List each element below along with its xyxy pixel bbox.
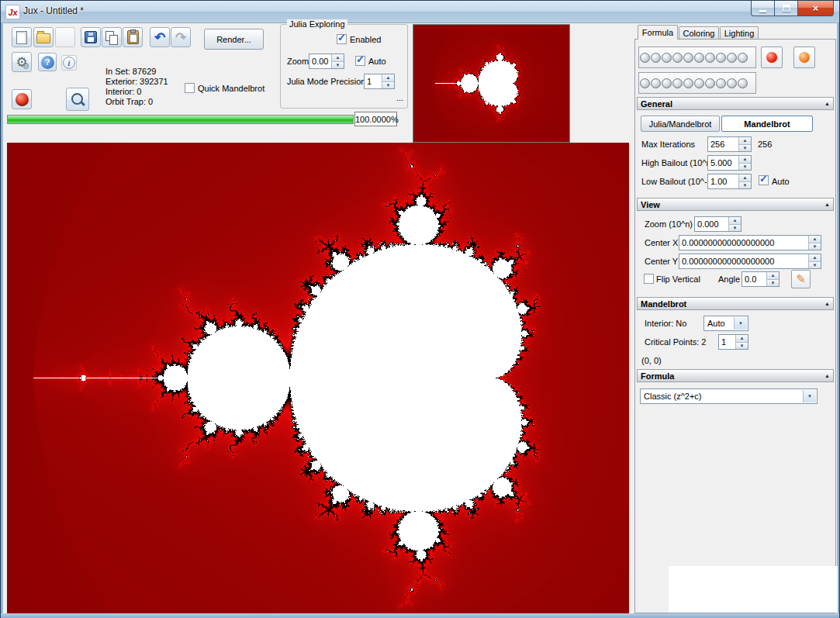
info-button[interactable]: i [61,55,77,71]
section-header-mandelbrot[interactable]: Mandelbrot ▲ [637,297,834,310]
spin-down-icon[interactable]: ▼ [729,225,741,232]
spin-up-icon[interactable]: ▲ [739,156,751,164]
dropdown-arrow-icon[interactable]: ▼ [734,317,747,330]
palette-slot-button[interactable] [705,53,715,63]
julia-zoom-spinner[interactable]: 0.00 ▲▼ [309,54,344,69]
palette-slot-button[interactable] [662,53,672,63]
formula-dropdown-value[interactable]: Classic (z^2+c) [641,389,817,401]
angle-value[interactable]: 0.0 [742,272,766,286]
center-x-value[interactable]: 0.000000000000000000 [679,236,808,250]
palette-slot-button[interactable] [738,53,748,63]
more-options-label[interactable]: ... [396,93,403,102]
interior-dropdown[interactable]: Auto ▼ [703,316,748,331]
paste-button[interactable] [123,27,143,47]
spin-up-icon[interactable]: ▲ [382,74,394,82]
julia-mandelbrot-button[interactable]: Julia/Mandelbrot [641,116,720,132]
mandelbrot-mode-button[interactable]: Mandelbrot [721,116,813,132]
palette-slot-button[interactable] [683,53,693,63]
collapse-arrow-icon[interactable]: ▲ [824,301,833,306]
max-iterations-value[interactable]: 256 [708,137,738,151]
preview-fractal-canvas[interactable] [413,25,569,142]
palette-slot-button[interactable] [727,53,737,63]
collapse-arrow-icon[interactable]: ▲ [824,202,833,207]
tab-lighting[interactable]: Lighting [720,26,759,40]
titlebar[interactable]: Jx Jux - Untitled * × [1,1,839,23]
tab-coloring[interactable]: Coloring [679,26,719,40]
spin-down-icon[interactable]: ▼ [809,262,821,269]
julia-zoom-auto-checkbox[interactable]: ✓ [355,56,365,66]
spin-up-icon[interactable]: ▲ [332,54,344,62]
spin-up-icon[interactable]: ▲ [736,335,748,343]
palette-slot-button[interactable] [672,53,683,63]
spin-down-icon[interactable]: ▼ [332,62,344,69]
palette-slot-button[interactable] [727,78,737,88]
zoom-tool-button[interactable] [66,88,89,111]
collapse-arrow-icon[interactable]: ▲ [824,101,833,106]
high-bailout-value[interactable]: 5.000 [708,156,738,170]
palette-slot-button[interactable] [738,78,748,88]
julia-precision-spinner[interactable]: 1 ▲▼ [364,74,395,89]
flip-vertical-checkbox[interactable]: ✓ [644,274,654,284]
section-header-general[interactable]: General ▲ [637,97,834,110]
low-bailout-value[interactable]: 1.00 [708,174,738,188]
palette-action-button-2[interactable] [793,47,815,68]
view-zoom-spinner[interactable]: 0.000 ▲▼ [694,216,741,232]
spin-up-icon[interactable]: ▲ [767,272,779,280]
spin-up-icon[interactable]: ▲ [729,217,741,225]
palette-slot-button[interactable] [662,78,672,88]
redo-button[interactable]: ↷ [171,27,191,47]
spin-up-icon[interactable]: ▲ [809,236,821,243]
julia-enabled-checkbox[interactable]: ✓ [337,34,347,44]
center-y-value[interactable]: 0.000000000000000000 [679,254,808,268]
spin-up-icon[interactable]: ▲ [739,137,751,145]
main-fractal-canvas[interactable] [7,143,629,613]
palette-slot-button[interactable] [683,78,693,88]
palette-slot-button[interactable] [705,78,715,88]
spin-up-icon[interactable]: ▲ [809,254,821,262]
tab-formula[interactable]: Formula [638,25,678,40]
view-reset-button[interactable]: ✎ [791,270,811,288]
render-button[interactable]: Render... [204,29,264,50]
palette-slot-button[interactable] [651,78,661,88]
spin-down-icon[interactable]: ▼ [739,145,751,152]
critical-points-value[interactable]: 1 [719,335,735,349]
julia-precision-value[interactable]: 1 [365,74,382,88]
palette-slot-button[interactable] [694,78,704,88]
undo-button[interactable]: ↶ [150,27,170,47]
copy-button[interactable] [102,27,122,47]
palette-slot-button[interactable] [672,78,683,88]
abort-button[interactable] [12,89,32,109]
spin-down-icon[interactable]: ▼ [809,243,821,250]
collapse-arrow-icon[interactable]: ▲ [824,373,833,378]
spin-up-icon[interactable]: ▲ [739,174,751,182]
angle-spinner[interactable]: 0.0 ▲▼ [741,271,780,287]
spin-down-icon[interactable]: ▼ [736,343,748,350]
palette-slot-button[interactable] [640,53,650,63]
palette-action-button-1[interactable] [761,47,783,68]
high-bailout-spinner[interactable]: 5.000 ▲▼ [707,155,752,171]
palette-slot-button[interactable] [716,78,726,88]
formula-dropdown[interactable]: Classic (z^2+c) ▼ [640,388,818,404]
palette-slot-button[interactable] [651,53,661,63]
section-header-formula[interactable]: Formula ▲ [637,369,834,382]
low-bailout-auto-checkbox[interactable]: ✓ [759,175,769,185]
close-button[interactable]: × [797,1,834,16]
spin-down-icon[interactable]: ▼ [767,280,779,287]
low-bailout-spinner[interactable]: 1.00 ▲▼ [707,174,752,189]
minimize-button[interactable] [751,1,775,16]
save-button[interactable] [81,27,101,47]
palette-slot-button[interactable] [640,78,650,88]
view-zoom-value[interactable]: 0.000 [695,217,728,231]
julia-zoom-value[interactable]: 0.00 [309,54,331,68]
center-x-spinner[interactable]: 0.000000000000000000 ▲▼ [679,235,821,250]
max-iterations-spinner[interactable]: 256 ▲▼ [707,136,752,152]
settings-button[interactable]: ⚙⚙ [12,52,32,72]
center-y-spinner[interactable]: 0.000000000000000000 ▲▼ [679,254,821,269]
spin-down-icon[interactable]: ▼ [382,82,394,89]
spin-down-icon[interactable]: ▼ [739,182,751,189]
help-button[interactable]: ? [38,53,57,71]
palette-slot-button[interactable] [716,53,726,63]
palette-slot-button[interactable] [694,53,704,63]
quick-mandelbrot-checkbox[interactable]: ✓ [185,83,195,93]
spin-down-icon[interactable]: ▼ [739,164,751,171]
